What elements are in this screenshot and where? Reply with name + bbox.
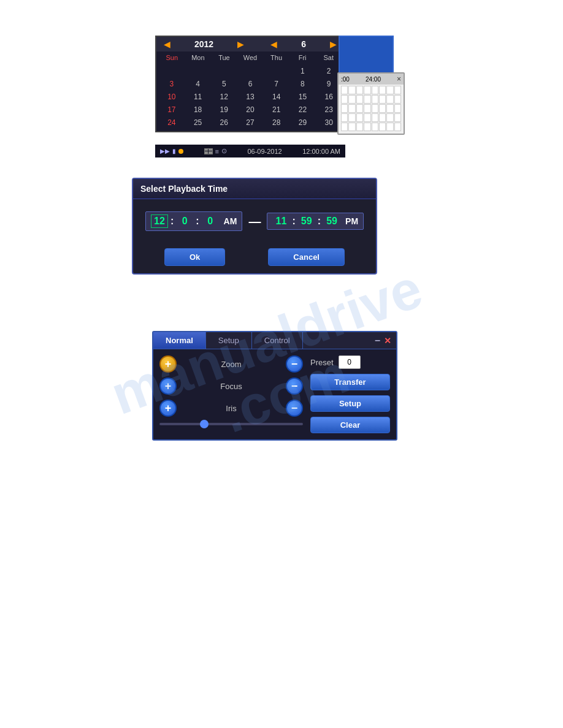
setup-button[interactable]: Setup <box>310 395 390 412</box>
ptz-close-button[interactable]: ✕ <box>384 336 391 346</box>
cal-cell-29[interactable]: 29 <box>290 116 316 129</box>
schedule-cell[interactable] <box>379 113 386 122</box>
clear-button[interactable]: Clear <box>310 417 390 433</box>
schedule-cell[interactable] <box>356 104 363 113</box>
play-button[interactable]: ▶▶ <box>160 148 170 154</box>
schedule-cell[interactable] <box>356 95 363 104</box>
cal-cell-7[interactable]: 7 <box>264 78 289 90</box>
cal-cell-24[interactable]: 24 <box>159 116 185 129</box>
cal-cell-27[interactable]: 27 <box>237 116 263 129</box>
cal-cell-17[interactable]: 17 <box>159 104 185 116</box>
schedule-cell[interactable] <box>372 104 378 113</box>
start-minute-input[interactable] <box>176 216 193 227</box>
speed-slider[interactable] <box>159 423 303 425</box>
schedule-cell[interactable] <box>386 123 393 131</box>
schedule-cell[interactable] <box>379 86 386 94</box>
schedule-cell[interactable] <box>356 113 363 122</box>
schedule-cell[interactable] <box>341 95 348 104</box>
cal-cell-28[interactable]: 28 <box>264 116 289 129</box>
schedule-cell[interactable] <box>379 123 386 131</box>
tab-normal[interactable]: Normal <box>153 332 206 349</box>
schedule-cell[interactable] <box>372 86 378 94</box>
schedule-cell[interactable] <box>386 86 393 94</box>
transfer-button[interactable]: Transfer <box>310 374 390 390</box>
start-second-input[interactable] <box>202 216 219 227</box>
cal-cell-14[interactable]: 14 <box>264 91 289 103</box>
schedule-cell[interactable] <box>364 123 370 131</box>
cal-cell-20[interactable]: 20 <box>237 104 263 116</box>
list-view-icon[interactable]: ≡ <box>215 148 219 155</box>
month-next-button[interactable]: ▶ <box>327 39 339 49</box>
iris-plus-button[interactable]: + <box>159 400 177 417</box>
schedule-cell[interactable] <box>372 123 378 131</box>
stop-button[interactable]: ▮ <box>172 148 176 154</box>
cal-cell <box>159 65 185 77</box>
cal-cell-25[interactable]: 25 <box>185 116 211 129</box>
focus-plus-button[interactable]: + <box>159 377 177 395</box>
cal-cell-22[interactable]: 22 <box>290 104 316 116</box>
schedule-cell[interactable] <box>394 113 401 122</box>
iris-minus-button[interactable]: − <box>286 400 303 417</box>
cal-cell-6[interactable]: 6 <box>237 78 263 90</box>
time-schedule-close-button[interactable]: × <box>397 75 401 83</box>
schedule-cell[interactable] <box>372 113 378 122</box>
month-prev-button[interactable]: ◀ <box>268 39 280 49</box>
schedule-cell[interactable] <box>394 123 401 131</box>
schedule-cell[interactable] <box>348 104 355 113</box>
year-next-button[interactable]: ▶ <box>235 39 247 49</box>
start-hour-input[interactable] <box>151 214 168 228</box>
schedule-cell[interactable] <box>386 104 393 113</box>
schedule-cell[interactable] <box>364 104 370 113</box>
cal-cell-1[interactable]: 1 <box>290 65 316 77</box>
cal-cell-15[interactable]: 15 <box>290 91 316 103</box>
cal-cell-10[interactable]: 10 <box>159 91 185 103</box>
schedule-cell[interactable] <box>348 123 355 131</box>
schedule-cell[interactable] <box>341 86 348 94</box>
cal-cell-5[interactable]: 5 <box>211 78 237 90</box>
schedule-cell[interactable] <box>356 86 363 94</box>
schedule-cell[interactable] <box>364 95 370 104</box>
end-minute-input[interactable] <box>298 216 315 227</box>
focus-minus-button[interactable]: − <box>286 377 303 395</box>
schedule-cell[interactable] <box>348 113 355 122</box>
schedule-cell[interactable] <box>379 104 386 113</box>
tab-setup[interactable]: Setup <box>206 332 252 349</box>
year-prev-button[interactable]: ◀ <box>161 39 173 49</box>
schedule-cell[interactable] <box>386 95 393 104</box>
end-second-input[interactable] <box>323 216 340 227</box>
ok-button[interactable]: Ok <box>164 248 225 266</box>
cal-cell-21[interactable]: 21 <box>264 104 289 116</box>
schedule-cell[interactable] <box>341 123 348 131</box>
cal-cell-8[interactable]: 8 <box>290 78 316 90</box>
zoom-minus-button[interactable]: − <box>286 355 303 373</box>
zoom-plus-button[interactable]: + <box>159 355 177 373</box>
cal-cell-13[interactable]: 13 <box>237 91 263 103</box>
schedule-cell[interactable] <box>341 104 348 113</box>
cal-cell-26[interactable]: 26 <box>211 116 237 129</box>
cal-cell-12[interactable]: 12 <box>211 91 237 103</box>
schedule-cell[interactable] <box>394 104 401 113</box>
tab-control[interactable]: Control <box>252 332 303 349</box>
cal-cell-4[interactable]: 4 <box>185 78 211 90</box>
schedule-cell[interactable] <box>348 86 355 94</box>
cal-cell-3[interactable]: 3 <box>159 78 185 90</box>
end-hour-input[interactable] <box>272 216 289 227</box>
preset-input[interactable] <box>339 355 361 369</box>
schedule-cell[interactable] <box>364 113 370 122</box>
schedule-cell[interactable] <box>394 86 401 94</box>
schedule-cell[interactable] <box>348 95 355 104</box>
cal-cell-19[interactable]: 19 <box>211 104 237 116</box>
end-sep-1: : <box>292 216 295 227</box>
schedule-cell[interactable] <box>364 86 370 94</box>
cal-cell-18[interactable]: 18 <box>185 104 211 116</box>
grid-view-icon[interactable] <box>204 148 213 154</box>
schedule-cell[interactable] <box>386 113 393 122</box>
cancel-button[interactable]: Cancel <box>268 248 345 266</box>
schedule-cell[interactable] <box>372 95 378 104</box>
cal-cell-11[interactable]: 11 <box>185 91 211 103</box>
schedule-cell[interactable] <box>394 95 401 104</box>
schedule-cell[interactable] <box>379 95 386 104</box>
schedule-cell[interactable] <box>356 123 363 131</box>
schedule-cell[interactable] <box>341 113 348 122</box>
ptz-minimize-button[interactable]: − <box>375 335 380 346</box>
